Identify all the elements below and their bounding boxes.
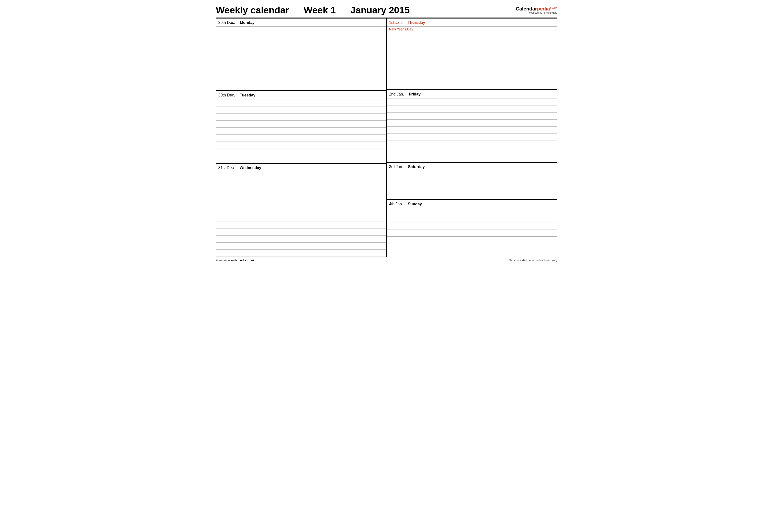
thursday-holiday: New Year's Day xyxy=(387,27,557,33)
line xyxy=(216,121,387,128)
thursday-lines xyxy=(387,33,557,89)
logo: Calendarpediaco.uk Your source for calen… xyxy=(516,6,557,14)
line xyxy=(387,47,557,54)
friday-block: 2nd Jan. Friday xyxy=(387,90,557,163)
line xyxy=(216,76,387,83)
line xyxy=(216,250,387,257)
header: Weekly calendar Week 1 January 2015 Cale… xyxy=(216,5,557,18)
footer-url: © www.calendarpedia.co.uk xyxy=(216,258,255,262)
wednesday-block: 31st Dec. Wednesday xyxy=(216,164,387,257)
line xyxy=(216,149,387,156)
line xyxy=(387,113,557,120)
calendar-grid: 29th Dec. Monday 30th D xyxy=(216,18,557,257)
sunday-lines xyxy=(387,208,557,237)
line xyxy=(216,99,387,106)
week-label: Week 1 xyxy=(304,5,336,16)
line xyxy=(387,208,557,215)
header-left: Weekly calendar Week 1 January 2015 xyxy=(216,5,410,16)
sunday-header: 4th Jan. Sunday xyxy=(387,200,557,208)
page-title: Weekly calendar xyxy=(216,5,289,16)
wednesday-dayname: Wednesday xyxy=(240,166,261,170)
line xyxy=(216,48,387,55)
line xyxy=(387,105,557,113)
page: Weekly calendar Week 1 January 2015 Cale… xyxy=(216,5,557,262)
line xyxy=(387,98,557,105)
line xyxy=(387,120,557,127)
sunday-date: 4th Jan. xyxy=(389,202,403,206)
friday-lines xyxy=(387,98,557,162)
monday-lines xyxy=(216,27,387,90)
thursday-date: 1st Jan. xyxy=(389,20,403,25)
tuesday-dayname: Tuesday xyxy=(240,93,256,97)
line xyxy=(387,141,557,148)
thursday-dayname: Thursday xyxy=(408,20,425,25)
line xyxy=(216,200,387,207)
friday-dayname: Friday xyxy=(409,92,420,96)
line xyxy=(216,243,387,250)
friday-date: 2nd Jan. xyxy=(389,92,404,96)
line xyxy=(387,82,557,89)
line xyxy=(387,40,557,47)
line xyxy=(387,171,557,178)
monday-dayname: Monday xyxy=(240,20,255,25)
left-column: 29th Dec. Monday 30th D xyxy=(216,19,387,257)
line xyxy=(387,54,557,61)
line xyxy=(387,229,557,237)
line xyxy=(387,192,557,199)
thursday-block: 1st Jan. Thursday New Year's Day xyxy=(387,19,557,90)
tuesday-header: 30th Dec. Tuesday xyxy=(216,91,387,99)
tuesday-block: 30th Dec. Tuesday xyxy=(216,91,387,164)
friday-header: 2nd Jan. Friday xyxy=(387,90,557,98)
sunday-block: 4th Jan. Sunday xyxy=(387,200,557,237)
line xyxy=(216,41,387,48)
line xyxy=(216,135,387,142)
line xyxy=(216,193,387,200)
line xyxy=(216,128,387,135)
line xyxy=(387,75,557,82)
monday-header: 29th Dec. Monday xyxy=(216,19,387,27)
line xyxy=(387,215,557,222)
line xyxy=(387,185,557,192)
month-label: January 2015 xyxy=(350,5,410,16)
tuesday-date: 30th Dec. xyxy=(219,93,235,97)
line xyxy=(216,27,387,34)
line xyxy=(387,155,557,162)
line xyxy=(387,134,557,141)
wednesday-date: 31st Dec. xyxy=(219,166,235,170)
line xyxy=(387,148,557,155)
line xyxy=(216,221,387,228)
line xyxy=(216,114,387,121)
footer-disclaimer: Data provided 'as is' without warranty xyxy=(509,259,557,262)
line xyxy=(216,69,387,76)
monday-date: 29th Dec. xyxy=(219,20,235,25)
logo-co-text: co.uk xyxy=(550,6,557,9)
logo-tagline: Your source for calendars xyxy=(529,11,557,14)
line xyxy=(216,228,387,236)
line xyxy=(216,156,387,163)
line xyxy=(216,179,387,186)
line xyxy=(387,127,557,134)
line xyxy=(387,222,557,229)
sunday-dayname: Sunday xyxy=(408,202,422,206)
line xyxy=(216,106,387,114)
saturday-date: 3rd Jan. xyxy=(389,165,403,169)
saturday-header: 3rd Jan. Saturday xyxy=(387,163,557,171)
line xyxy=(387,68,557,75)
line xyxy=(216,34,387,41)
tuesday-lines xyxy=(216,99,387,163)
wednesday-lines xyxy=(216,172,387,257)
saturday-block: 3rd Jan. Saturday xyxy=(387,163,557,200)
line xyxy=(387,61,557,68)
line xyxy=(216,62,387,69)
line xyxy=(216,214,387,221)
line xyxy=(216,83,387,90)
line xyxy=(216,186,387,193)
monday-block: 29th Dec. Monday xyxy=(216,19,387,91)
saturday-dayname: Saturday xyxy=(408,165,425,169)
line xyxy=(216,172,387,179)
logo-calendar-text: Calendar xyxy=(516,6,537,11)
thursday-header: 1st Jan. Thursday xyxy=(387,19,557,27)
line xyxy=(216,236,387,243)
footer: © www.calendarpedia.co.uk Data provided … xyxy=(216,257,557,262)
line xyxy=(387,178,557,185)
